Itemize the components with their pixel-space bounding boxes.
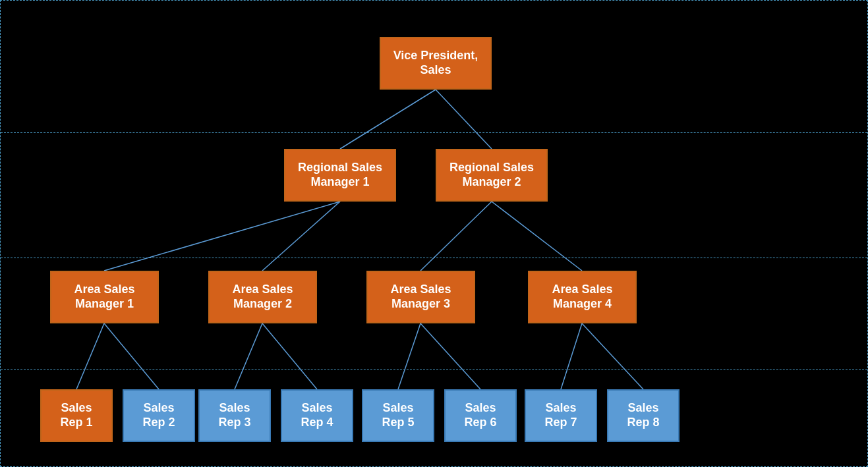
svg-line-12	[561, 323, 582, 389]
vp-label: Vice President,Sales	[393, 49, 478, 77]
divider-1	[1, 132, 867, 133]
sr1-label: SalesRep 1	[60, 401, 92, 429]
svg-line-0	[340, 90, 436, 149]
divider-3	[1, 370, 867, 370]
sr1-node: SalesRep 1	[40, 389, 113, 442]
sr2-node: SalesRep 2	[123, 389, 195, 442]
sr4-label: SalesRep 4	[301, 401, 333, 429]
svg-line-3	[262, 202, 340, 271]
sr6-label: SalesRep 6	[464, 401, 496, 429]
svg-line-10	[398, 323, 420, 389]
asm3-node: Area SalesManager 3	[366, 271, 475, 323]
sr2-label: SalesRep 2	[142, 401, 175, 429]
asm1-node: Area SalesManager 1	[50, 271, 159, 323]
sr3-node: SalesRep 3	[198, 389, 271, 442]
divider-2	[1, 258, 867, 258]
svg-line-1	[436, 90, 492, 149]
asm3-label: Area SalesManager 3	[390, 283, 451, 311]
svg-line-5	[492, 202, 582, 271]
rsm2-node: Regional SalesManager 2	[436, 149, 548, 202]
svg-line-13	[582, 323, 643, 389]
asm4-node: Area SalesManager 4	[528, 271, 637, 323]
svg-line-2	[104, 202, 340, 271]
svg-line-7	[104, 323, 159, 389]
sr8-label: SalesRep 8	[627, 401, 659, 429]
svg-line-4	[420, 202, 492, 271]
rsm1-label: Regional SalesManager 1	[298, 161, 382, 189]
sr4-node: SalesRep 4	[281, 389, 353, 442]
asm4-label: Area SalesManager 4	[552, 283, 612, 311]
chart-container: Vice President,Sales Regional SalesManag…	[0, 0, 868, 467]
svg-line-8	[235, 323, 262, 389]
sr3-label: SalesRep 3	[218, 401, 250, 429]
rsm1-node: Regional SalesManager 1	[284, 149, 396, 202]
sr5-node: SalesRep 5	[362, 389, 434, 442]
asm2-label: Area SalesManager 2	[232, 283, 293, 311]
asm1-label: Area SalesManager 1	[74, 283, 134, 311]
sr7-label: SalesRep 7	[544, 401, 577, 429]
vp-node: Vice President,Sales	[380, 37, 492, 90]
sr7-node: SalesRep 7	[525, 389, 597, 442]
sr8-node: SalesRep 8	[607, 389, 680, 442]
svg-line-9	[262, 323, 317, 389]
asm2-node: Area SalesManager 2	[208, 271, 317, 323]
sr6-node: SalesRep 6	[444, 389, 517, 442]
rsm2-label: Regional SalesManager 2	[449, 161, 534, 189]
sr5-label: SalesRep 5	[382, 401, 414, 429]
svg-line-11	[420, 323, 480, 389]
svg-line-6	[76, 323, 104, 389]
